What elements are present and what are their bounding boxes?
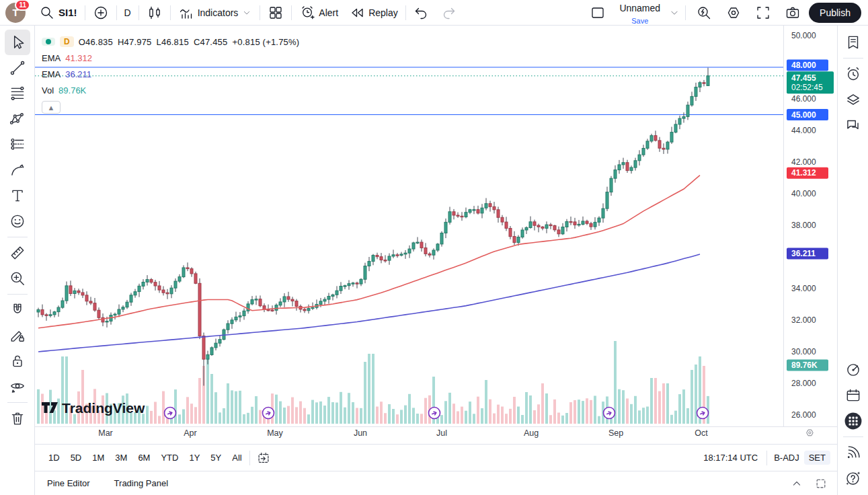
- ohlc-change: +0.815 (+1.75%): [232, 37, 299, 47]
- svg-text:41.312: 41.312: [791, 168, 816, 178]
- goto-date-icon[interactable]: [256, 451, 271, 465]
- chart-settings-button[interactable]: [720, 3, 747, 22]
- interval-badge[interactable]: D: [60, 36, 74, 47]
- user-menu-button[interactable]: T 11: [5, 3, 26, 23]
- tool-text-icon[interactable]: [5, 183, 30, 208]
- save-link[interactable]: Save: [631, 17, 648, 25]
- bottom-panel: Pine Editor Trading Panel: [35, 471, 837, 495]
- tool-magnet-icon[interactable]: [5, 297, 30, 323]
- layout-grid-button[interactable]: [262, 3, 289, 22]
- tool-chat-icon[interactable]: [840, 112, 866, 138]
- range-1y[interactable]: 1Y: [184, 450, 205, 465]
- contract-rollover-marker[interactable]: [697, 408, 709, 419]
- ema-slow-value: 36.211: [65, 69, 91, 79]
- chevron-down-icon[interactable]: [668, 7, 680, 19]
- layout-name: Unnamed: [619, 3, 660, 13]
- tool-screener-icon[interactable]: [840, 357, 866, 383]
- panel-expand-icon[interactable]: [790, 477, 803, 490]
- tool-ruler-icon[interactable]: [5, 240, 30, 266]
- tool-cursor-icon[interactable]: [5, 30, 30, 55]
- legend-ema-slow-row[interactable]: EMA 36.211: [42, 66, 299, 82]
- price-badge: 45.000: [787, 109, 828, 120]
- tool-signal-icon[interactable]: [840, 440, 866, 465]
- tool-apps-grid-icon[interactable]: [840, 408, 866, 434]
- trend-line-icon: [9, 59, 26, 77]
- time-tick: Mar: [98, 428, 113, 438]
- tool-drawing-mode-icon[interactable]: [5, 323, 30, 348]
- range-5d[interactable]: 5D: [65, 450, 87, 465]
- svg-text:45.000: 45.000: [791, 110, 816, 120]
- cursor-icon: [9, 34, 26, 51]
- tool-fib-retracement-icon[interactable]: [5, 81, 30, 106]
- create-alert-button[interactable]: Alert: [294, 3, 344, 22]
- right-toolbar: [837, 26, 868, 495]
- tool-emoji-icon[interactable]: [5, 208, 30, 234]
- fullscreen-button[interactable]: [750, 3, 777, 22]
- volume-label: Vol: [42, 85, 54, 96]
- tab-trading-panel[interactable]: Trading Panel: [114, 478, 168, 488]
- panel-maximize-icon[interactable]: [814, 477, 828, 490]
- price-scale-settings-icon[interactable]: [807, 430, 813, 436]
- chat-icon: [844, 116, 862, 134]
- chart-style-button[interactable]: [141, 3, 168, 22]
- range-3m[interactable]: 3M: [110, 450, 132, 465]
- range-6m[interactable]: 6M: [132, 450, 155, 465]
- range-ytd[interactable]: YTD: [155, 450, 184, 465]
- legend-collapse-button[interactable]: ▲: [42, 101, 61, 114]
- adjust-toggle[interactable]: B-ADJ: [769, 451, 804, 465]
- tool-xabcd-pattern-icon[interactable]: [5, 106, 30, 132]
- tool-help-icon[interactable]: [840, 465, 866, 491]
- tool-trend-line-icon[interactable]: [5, 55, 30, 81]
- snapshot-button[interactable]: [779, 3, 806, 22]
- tool-watchlist-icon[interactable]: [840, 30, 866, 55]
- interval-button[interactable]: D: [119, 3, 136, 22]
- session-toggle[interactable]: SET: [804, 451, 830, 465]
- legend-volume-row[interactable]: Vol 89.76K: [42, 82, 299, 98]
- data-mode-icon[interactable]: [42, 38, 55, 46]
- contract-rollover-marker[interactable]: [165, 408, 176, 419]
- contract-rollover-marker[interactable]: [263, 408, 274, 419]
- svg-text:TradingView: TradingView: [62, 400, 145, 416]
- redo-button[interactable]: [435, 3, 462, 22]
- svg-text:89.76K: 89.76K: [791, 360, 818, 370]
- range-1d[interactable]: 1D: [43, 450, 65, 465]
- text-icon: [9, 187, 26, 204]
- tool-remove-drawings-icon[interactable]: [5, 406, 30, 431]
- tool-lock-drawings-icon[interactable]: [5, 348, 30, 374]
- legend-main-row[interactable]: D O46.835 H47.975 L46.815 C47.455 +0.815…: [42, 34, 299, 50]
- save-layout-icon-button[interactable]: [584, 3, 611, 22]
- tool-calendar-icon[interactable]: [840, 383, 866, 408]
- contract-rollover-marker[interactable]: [604, 408, 615, 419]
- alerts-icon: [844, 65, 862, 83]
- price-tick: 26.000: [791, 410, 816, 420]
- compare-add-button[interactable]: [87, 3, 114, 22]
- range-1m[interactable]: 1M: [87, 450, 110, 465]
- magnet-icon: [9, 301, 26, 319]
- layout-name-button[interactable]: Unnamed Save: [614, 3, 666, 22]
- undo-button[interactable]: [408, 3, 435, 22]
- tool-projection-icon[interactable]: [5, 132, 30, 157]
- chart-canvas[interactable]: TradingView50.00046.00044.00042.00040.00…: [35, 26, 837, 444]
- tool-alerts-icon[interactable]: [840, 61, 866, 87]
- quick-search-button[interactable]: [691, 3, 717, 22]
- clock-utc[interactable]: 18:17:14 UTC: [703, 453, 764, 463]
- layout-square-icon: [590, 5, 606, 21]
- drawing-mode-icon: [9, 327, 26, 344]
- ema-fast-line[interactable]: [38, 176, 700, 328]
- tool-zoom-in-icon[interactable]: [5, 266, 30, 291]
- legend-ema-fast-row[interactable]: EMA 41.312: [42, 50, 299, 66]
- replay-button[interactable]: Replay: [344, 3, 403, 22]
- tool-brush-icon[interactable]: [5, 157, 30, 183]
- symbol-search-button[interactable]: SI1!: [34, 3, 83, 22]
- range-all[interactable]: All: [227, 450, 247, 465]
- contract-rollover-marker[interactable]: [429, 408, 440, 419]
- candlestick-icon: [147, 5, 163, 21]
- indicators-button[interactable]: Indicators: [173, 3, 258, 22]
- svg-text:36.211: 36.211: [791, 249, 816, 258]
- price-tick: 32.000: [791, 315, 816, 325]
- tab-pine-editor[interactable]: Pine Editor: [47, 478, 90, 488]
- publish-button[interactable]: Publish: [809, 3, 861, 23]
- tool-hide-drawings-icon[interactable]: [5, 374, 30, 399]
- range-5y[interactable]: 5Y: [205, 450, 227, 465]
- tool-object-tree-icon[interactable]: [840, 87, 866, 112]
